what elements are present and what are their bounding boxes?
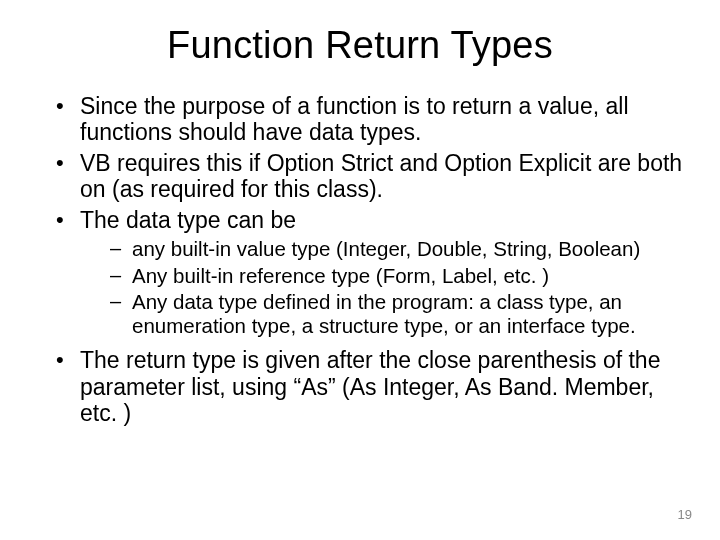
sub-bullet-item: any built-in value type (Integer, Double… [114,237,686,261]
sub-bullet-list: any built-in value type (Integer, Double… [80,237,686,337]
slide: Function Return Types Since the purpose … [0,0,720,540]
bullet-item: VB requires this if Option Strict and Op… [62,150,686,203]
slide-title: Function Return Types [34,24,686,67]
page-number: 19 [678,507,692,522]
bullet-item: Since the purpose of a function is to re… [62,93,686,146]
sub-bullet-item: Any built-in reference type (Form, Label… [114,264,686,288]
bullet-text: The data type can be [80,207,296,233]
bullet-list: Since the purpose of a function is to re… [34,93,686,427]
bullet-item: The return type is given after the close… [62,347,686,426]
bullet-item: The data type can be any built-in value … [62,207,686,338]
sub-bullet-item: Any data type defined in the program: a … [114,290,686,337]
